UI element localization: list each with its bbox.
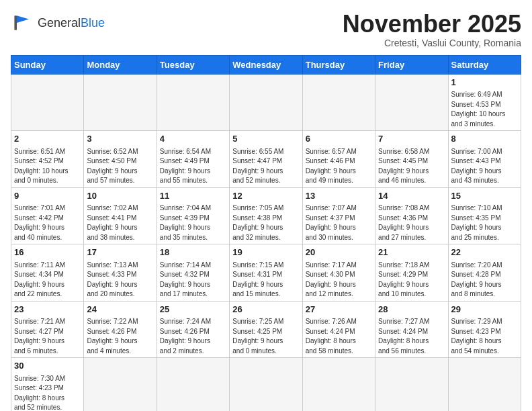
day-number: 26 <box>232 304 299 316</box>
day-info: Sunrise: 7:21 AMSunset: 4:27 PMDaylight:… <box>14 318 65 355</box>
day-info: Sunrise: 6:58 AMSunset: 4:45 PMDaylight:… <box>378 148 429 185</box>
day-info: Sunrise: 7:08 AMSunset: 4:36 PMDaylight:… <box>378 204 429 241</box>
title-area: November 2025 Cretesti, Vaslui County, R… <box>343 11 521 48</box>
day-number: 6 <box>306 133 372 145</box>
calendar-day-cell: 19Sunrise: 7:15 AMSunset: 4:31 PMDayligh… <box>230 244 302 302</box>
day-info: Sunrise: 7:13 AMSunset: 4:33 PMDaylight:… <box>87 261 138 298</box>
calendar-day-cell <box>157 74 229 131</box>
day-info: Sunrise: 7:00 AMSunset: 4:43 PMDaylight:… <box>451 148 502 185</box>
calendar-day-cell: 28Sunrise: 7:27 AMSunset: 4:24 PMDayligh… <box>375 301 448 358</box>
calendar-day-cell <box>448 358 521 411</box>
logo-icon <box>11 11 35 35</box>
calendar-day-cell <box>84 74 157 131</box>
day-info: Sunrise: 7:27 AMSunset: 4:24 PMDaylight:… <box>378 318 429 355</box>
location-subtitle: Cretesti, Vaslui County, Romania <box>343 38 521 48</box>
calendar-day-cell: 20Sunrise: 7:17 AMSunset: 4:30 PMDayligh… <box>302 244 375 302</box>
day-info: Sunrise: 6:52 AMSunset: 4:50 PMDaylight:… <box>87 148 138 185</box>
day-number: 5 <box>232 133 299 145</box>
day-number: 7 <box>378 133 445 145</box>
calendar-day-cell: 12Sunrise: 7:05 AMSunset: 4:38 PMDayligh… <box>230 187 302 244</box>
svg-rect-0 <box>14 15 17 30</box>
calendar-day-cell: 30Sunrise: 7:30 AMSunset: 4:23 PMDayligh… <box>11 358 84 411</box>
day-info: Sunrise: 7:29 AMSunset: 4:23 PMDaylight:… <box>451 318 502 355</box>
day-number: 19 <box>232 246 299 259</box>
day-number: 24 <box>87 304 153 316</box>
calendar-day-cell <box>230 358 302 411</box>
calendar-day-cell: 21Sunrise: 7:18 AMSunset: 4:29 PMDayligh… <box>375 244 448 302</box>
calendar-day-cell <box>375 74 448 131</box>
day-info: Sunrise: 7:26 AMSunset: 4:24 PMDaylight:… <box>306 318 357 355</box>
calendar-day-cell <box>157 358 229 411</box>
weekday-header-row: SundayMondayTuesdayWednesdayThursdayFrid… <box>11 55 521 74</box>
calendar-week-row: 9Sunrise: 7:01 AMSunset: 4:42 PMDaylight… <box>11 187 521 244</box>
day-info: Sunrise: 7:22 AMSunset: 4:26 PMDaylight:… <box>87 318 138 355</box>
day-number: 23 <box>14 304 81 316</box>
day-number: 29 <box>451 304 518 316</box>
day-info: Sunrise: 6:49 AMSunset: 4:53 PMDaylight:… <box>451 91 506 128</box>
calendar-day-cell: 10Sunrise: 7:02 AMSunset: 4:41 PMDayligh… <box>84 187 157 244</box>
day-number: 2 <box>14 133 81 145</box>
day-number: 12 <box>232 190 299 202</box>
weekday-header: Sunday <box>11 55 84 74</box>
day-info: Sunrise: 7:04 AMSunset: 4:39 PMDaylight:… <box>160 204 211 241</box>
weekday-header: Friday <box>375 55 448 74</box>
day-number: 13 <box>306 190 372 202</box>
logo: GeneralBlue <box>11 11 105 35</box>
day-number: 1 <box>451 77 518 89</box>
day-number: 9 <box>14 190 81 202</box>
day-number: 30 <box>14 360 81 372</box>
calendar-day-cell <box>302 358 375 411</box>
day-info: Sunrise: 7:10 AMSunset: 4:35 PMDaylight:… <box>451 204 502 241</box>
calendar-week-row: 23Sunrise: 7:21 AMSunset: 4:27 PMDayligh… <box>11 301 521 358</box>
calendar-week-row: 30Sunrise: 7:30 AMSunset: 4:23 PMDayligh… <box>11 358 521 411</box>
day-number: 14 <box>378 190 445 202</box>
calendar-day-cell <box>230 74 302 131</box>
day-info: Sunrise: 7:15 AMSunset: 4:31 PMDaylight:… <box>232 261 283 298</box>
calendar-day-cell <box>84 358 157 411</box>
calendar-day-cell: 22Sunrise: 7:20 AMSunset: 4:28 PMDayligh… <box>448 244 521 302</box>
day-info: Sunrise: 7:07 AMSunset: 4:37 PMDaylight:… <box>306 204 357 241</box>
calendar-day-cell: 15Sunrise: 7:10 AMSunset: 4:35 PMDayligh… <box>448 187 521 244</box>
day-number: 21 <box>378 246 445 259</box>
weekday-header: Wednesday <box>230 55 302 74</box>
day-number: 18 <box>160 246 226 259</box>
calendar-day-cell: 25Sunrise: 7:24 AMSunset: 4:26 PMDayligh… <box>157 301 229 358</box>
calendar-day-cell: 1Sunrise: 6:49 AMSunset: 4:53 PMDaylight… <box>448 74 521 131</box>
day-number: 15 <box>451 190 518 202</box>
day-number: 22 <box>451 246 518 259</box>
day-number: 8 <box>451 133 518 145</box>
day-number: 17 <box>87 246 153 259</box>
calendar-week-row: 16Sunrise: 7:11 AMSunset: 4:34 PMDayligh… <box>11 244 521 302</box>
day-info: Sunrise: 7:14 AMSunset: 4:32 PMDaylight:… <box>160 261 211 298</box>
month-title: November 2025 <box>343 11 521 38</box>
day-info: Sunrise: 7:11 AMSunset: 4:34 PMDaylight:… <box>14 261 65 298</box>
svg-marker-1 <box>17 15 29 23</box>
calendar-day-cell: 2Sunrise: 6:51 AMSunset: 4:52 PMDaylight… <box>11 131 84 188</box>
calendar-day-cell: 7Sunrise: 6:58 AMSunset: 4:45 PMDaylight… <box>375 131 448 188</box>
calendar-day-cell: 13Sunrise: 7:07 AMSunset: 4:37 PMDayligh… <box>302 187 375 244</box>
day-info: Sunrise: 6:55 AMSunset: 4:47 PMDaylight:… <box>232 148 283 185</box>
calendar-day-cell: 23Sunrise: 7:21 AMSunset: 4:27 PMDayligh… <box>11 301 84 358</box>
day-number: 28 <box>378 304 445 316</box>
day-number: 27 <box>306 304 372 316</box>
weekday-header: Saturday <box>448 55 521 74</box>
calendar-day-cell: 16Sunrise: 7:11 AMSunset: 4:34 PMDayligh… <box>11 244 84 302</box>
day-number: 16 <box>14 246 81 259</box>
calendar: SundayMondayTuesdayWednesdayThursdayFrid… <box>11 55 521 411</box>
calendar-week-row: 1Sunrise: 6:49 AMSunset: 4:53 PMDaylight… <box>11 74 521 131</box>
day-info: Sunrise: 7:02 AMSunset: 4:41 PMDaylight:… <box>87 204 138 241</box>
calendar-day-cell: 9Sunrise: 7:01 AMSunset: 4:42 PMDaylight… <box>11 187 84 244</box>
day-info: Sunrise: 7:18 AMSunset: 4:29 PMDaylight:… <box>378 261 429 298</box>
header: GeneralBlue November 2025 Cretesti, Vasl… <box>11 11 521 48</box>
calendar-day-cell: 17Sunrise: 7:13 AMSunset: 4:33 PMDayligh… <box>84 244 157 302</box>
weekday-header: Monday <box>84 55 157 74</box>
day-info: Sunrise: 7:17 AMSunset: 4:30 PMDaylight:… <box>306 261 357 298</box>
calendar-day-cell: 14Sunrise: 7:08 AMSunset: 4:36 PMDayligh… <box>375 187 448 244</box>
calendar-week-row: 2Sunrise: 6:51 AMSunset: 4:52 PMDaylight… <box>11 131 521 188</box>
calendar-day-cell: 26Sunrise: 7:25 AMSunset: 4:25 PMDayligh… <box>230 301 302 358</box>
day-info: Sunrise: 7:24 AMSunset: 4:26 PMDaylight:… <box>160 318 211 355</box>
day-info: Sunrise: 7:30 AMSunset: 4:23 PMDaylight:… <box>14 375 65 411</box>
day-number: 25 <box>160 304 226 316</box>
weekday-header: Thursday <box>302 55 375 74</box>
calendar-day-cell <box>302 74 375 131</box>
